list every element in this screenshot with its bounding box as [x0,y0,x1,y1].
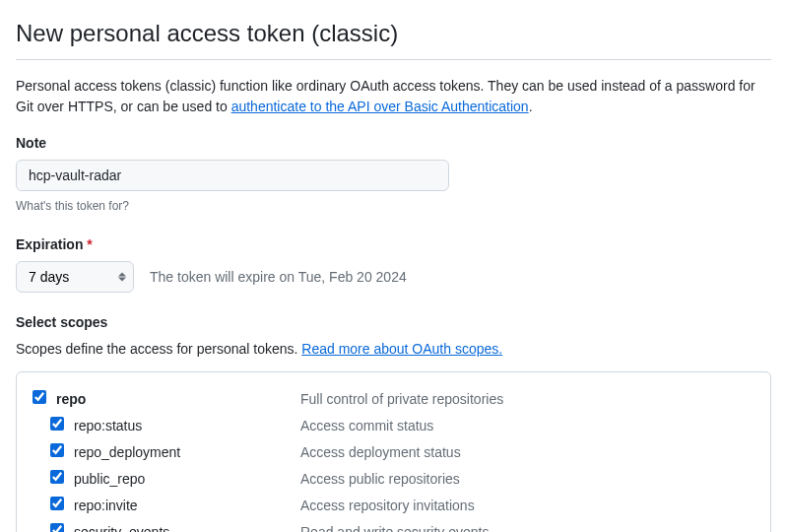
required-asterisk: * [87,236,92,252]
intro-paragraph: Personal access tokens (classic) functio… [16,76,771,117]
oauth-scopes-link[interactable]: Read more about OAuth scopes. [301,341,502,357]
scopes-intro: Scopes define the access for personal to… [16,339,771,360]
scope-name-repo-status[interactable]: repo:status [74,416,300,436]
page-title: New personal access token (classic) [16,16,771,60]
note-label: Note [16,133,771,154]
note-input[interactable] [16,160,449,191]
scope-name-repo[interactable]: repo [56,389,300,410]
scope-name-public-repo[interactable]: public_repo [74,469,300,490]
scope-checkbox-public-repo[interactable] [50,470,64,484]
expiration-select[interactable]: 7 days [16,261,134,293]
scope-checkbox-repo-status[interactable] [50,417,64,431]
scope-row-public-repo: public_repo Access public repositories [33,466,754,493]
intro-text-2: . [529,99,533,114]
scopes-section: Select scopes Scopes define the access f… [16,312,771,532]
scope-desc-repo-invite: Access repository invitations [300,496,475,516]
scope-desc-repo-deployment: Access deployment status [300,442,461,463]
scope-desc-public-repo: Access public repositories [300,469,460,490]
scope-row-repo-status: repo:status Access commit status [33,413,754,439]
scope-checkbox-repo-invite[interactable] [50,497,64,510]
scopes-box: repo Full control of private repositorie… [16,371,771,532]
note-hint: What's this token for? [16,197,771,215]
scope-row-repo-deployment: repo_deployment Access deployment status [33,439,754,466]
scopes-heading: Select scopes [16,312,771,333]
scope-checkbox-security-events[interactable] [50,523,64,532]
note-section: Note What's this token for? [16,133,771,215]
scope-checkbox-repo-deployment[interactable] [50,443,64,457]
scope-desc-security-events: Read and write security events [300,522,489,532]
scope-desc-repo-status: Access commit status [300,416,433,436]
scope-row-security-events: security_events Read and write security … [33,519,754,532]
scope-desc-repo: Full control of private repositories [300,389,503,410]
expiration-hint: The token will expire on Tue, Feb 20 202… [150,267,407,288]
scope-checkbox-repo[interactable] [33,390,46,404]
scope-name-repo-deployment[interactable]: repo_deployment [74,442,300,463]
scope-row-repo-invite: repo:invite Access repository invitation… [33,493,754,519]
scope-name-security-events[interactable]: security_events [74,522,300,532]
scope-row-repo: repo Full control of private repositorie… [33,386,754,413]
expiration-label: Expiration * [16,234,771,255]
auth-api-link[interactable]: authenticate to the API over Basic Authe… [231,99,529,114]
scope-name-repo-invite[interactable]: repo:invite [74,496,300,516]
expiration-section: Expiration * 7 days The token will expir… [16,234,771,293]
